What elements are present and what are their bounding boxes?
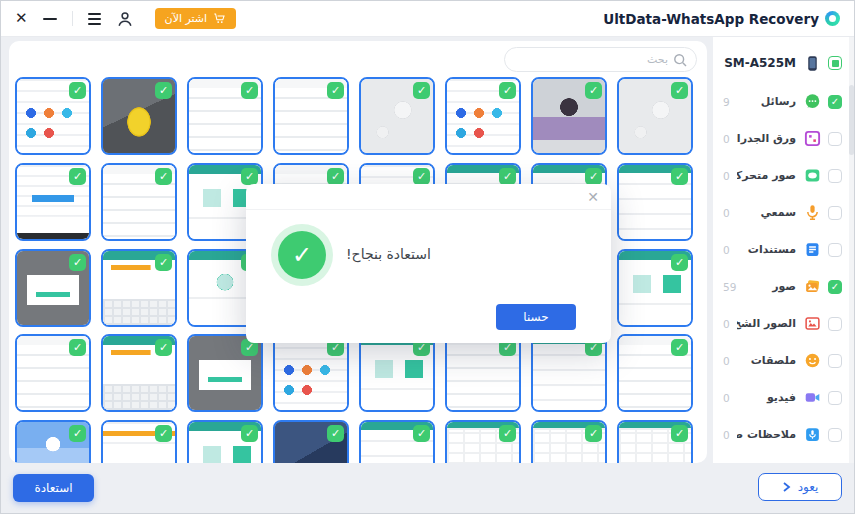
category-checkbox[interactable] (828, 206, 842, 220)
sidebar-item-4[interactable]: مستندات0 (713, 231, 850, 268)
video-icon (803, 389, 821, 407)
selected-check-badge[interactable]: ✓ (241, 168, 258, 185)
thumbnail-4-8[interactable]: ✓ (617, 334, 693, 412)
sidebar-item-1[interactable]: ورق الجدران0 (713, 120, 850, 157)
category-count: 0 (723, 392, 730, 404)
thumbnail-5-6[interactable]: ✓ (445, 420, 521, 463)
selected-check-badge[interactable]: ✓ (69, 168, 86, 185)
selected-check-badge[interactable]: ✓ (155, 425, 172, 442)
thumbnail-4-5[interactable]: ✓ (359, 334, 435, 412)
category-checkbox[interactable] (828, 243, 842, 257)
selected-check-badge[interactable]: ✓ (671, 168, 688, 185)
thumbnail-1-7[interactable]: ✓ (531, 77, 607, 155)
thumbnail-5-1[interactable]: ✓ (15, 420, 91, 463)
thumbnail-4-3[interactable]: ✓ (187, 334, 263, 412)
title-bar: ✕ اشتر الآن UltData-WhatsApp Recovery (1, 1, 854, 37)
thumbnail-1-8[interactable]: ✓ (617, 77, 693, 155)
thumbnail-5-5[interactable]: ✓ (359, 420, 435, 463)
selected-check-badge[interactable]: ✓ (413, 82, 430, 99)
selected-check-badge[interactable]: ✓ (155, 82, 172, 99)
success-check-icon: ✓ (271, 224, 333, 286)
selected-check-badge[interactable]: ✓ (327, 82, 344, 99)
selected-check-badge[interactable]: ✓ (671, 254, 688, 271)
minimize-window-icon[interactable] (43, 18, 57, 20)
sidebar-item-2[interactable]: صور متحركة0 (713, 157, 850, 194)
thumbnail-1-1[interactable]: ✓ (15, 77, 91, 155)
category-checkbox[interactable] (828, 428, 842, 442)
thumbnail-5-7[interactable]: ✓ (531, 420, 607, 463)
selected-check-badge[interactable]: ✓ (241, 82, 258, 99)
selected-check-badge[interactable]: ✓ (671, 339, 688, 356)
sidebar-item-0[interactable]: ✓رسائل9 (713, 83, 850, 120)
device-row[interactable]: SM-A525M (713, 37, 850, 83)
selected-check-badge[interactable]: ✓ (69, 82, 86, 99)
thumbnail-2-2[interactable]: ✓ (101, 163, 177, 241)
category-label: صور (743, 280, 796, 293)
thumbnail-3-8[interactable]: ✓ (617, 249, 693, 327)
thumbnail-5-8[interactable]: ✓ (617, 420, 693, 463)
category-count: 59 (723, 281, 736, 293)
selected-check-badge[interactable]: ✓ (499, 82, 516, 99)
sidebar-item-5[interactable]: ✓صور59 (713, 268, 850, 305)
selected-check-badge[interactable]: ✓ (413, 168, 430, 185)
thumbnail-3-1[interactable]: ✓ (15, 249, 91, 327)
thumbnail-4-6[interactable]: ✓ (445, 334, 521, 412)
sidebar-item-8[interactable]: فيديو0 (713, 379, 850, 416)
close-window-icon[interactable]: ✕ (15, 11, 28, 26)
category-checkbox[interactable] (828, 132, 842, 146)
selected-check-badge[interactable]: ✓ (585, 425, 602, 442)
selected-check-badge[interactable]: ✓ (327, 425, 344, 442)
selected-check-badge[interactable]: ✓ (413, 425, 430, 442)
selected-check-badge[interactable]: ✓ (241, 425, 258, 442)
buy-now-button[interactable]: اشتر الآن (155, 8, 237, 29)
thumbnail-2-1[interactable]: ✓ (15, 163, 91, 241)
thumbnail-1-3[interactable]: ✓ (187, 77, 263, 155)
thumbnail-1-6[interactable]: ✓ (445, 77, 521, 155)
thumbnail-4-7[interactable]: ✓ (531, 334, 607, 412)
category-checkbox[interactable] (828, 169, 842, 183)
selected-check-badge[interactable]: ✓ (499, 168, 516, 185)
sidebar-item-6[interactable]: الصور الشخ...0 (713, 305, 850, 342)
category-checkbox[interactable] (828, 391, 842, 405)
sidebar-item-3[interactable]: سمعي0 (713, 194, 850, 231)
thumbnail-4-4[interactable]: ✓ (273, 334, 349, 412)
thumbnail-2-8[interactable]: ✓ (617, 163, 693, 241)
thumbnail-1-4[interactable]: ✓ (273, 77, 349, 155)
category-checkbox[interactable] (828, 317, 842, 331)
sidebar-item-9[interactable]: ملاحظات صو...0 (713, 416, 850, 453)
thumbnail-4-1[interactable]: ✓ (15, 334, 91, 412)
restore-button[interactable]: استعادة (13, 474, 94, 502)
selected-check-badge[interactable]: ✓ (671, 425, 688, 442)
selected-check-badge[interactable]: ✓ (499, 425, 516, 442)
selected-check-badge[interactable]: ✓ (155, 254, 172, 271)
thumbnail-5-3[interactable]: ✓ (187, 420, 263, 463)
selected-check-badge[interactable]: ✓ (585, 168, 602, 185)
category-checkbox[interactable]: ✓ (828, 95, 842, 109)
sidebar-item-7[interactable]: ملصقات0 (713, 342, 850, 379)
ok-button[interactable]: حسنا (496, 304, 576, 330)
selected-check-badge[interactable]: ✓ (585, 82, 602, 99)
thumbnail-3-2[interactable]: ✓ (101, 249, 177, 327)
thumbnail-1-5[interactable]: ✓ (359, 77, 435, 155)
dialog-close-icon[interactable]: ✕ (587, 190, 599, 204)
account-icon[interactable] (116, 10, 134, 28)
thumbnail-5-4[interactable]: ✓ (273, 420, 349, 463)
selected-check-badge[interactable]: ✓ (155, 339, 172, 356)
device-checkbox[interactable] (828, 56, 842, 70)
thumbnail-1-2[interactable]: ✓ (101, 77, 177, 155)
menu-icon[interactable] (88, 13, 101, 25)
thumbnail-4-2[interactable]: ✓ (101, 334, 177, 412)
selected-check-badge[interactable]: ✓ (69, 425, 86, 442)
selected-check-badge[interactable]: ✓ (671, 82, 688, 99)
scrollbar[interactable] (849, 37, 854, 463)
profile-photo-icon (803, 315, 821, 333)
category-checkbox[interactable] (828, 354, 842, 368)
category-count: 0 (723, 318, 730, 330)
selected-check-badge[interactable]: ✓ (155, 168, 172, 185)
selected-check-badge[interactable]: ✓ (69, 339, 86, 356)
thumbnail-5-2[interactable]: ✓ (101, 420, 177, 463)
category-checkbox[interactable]: ✓ (828, 280, 842, 294)
back-button[interactable]: يعود (758, 473, 842, 501)
selected-check-badge[interactable]: ✓ (327, 168, 344, 185)
selected-check-badge[interactable]: ✓ (69, 254, 86, 271)
